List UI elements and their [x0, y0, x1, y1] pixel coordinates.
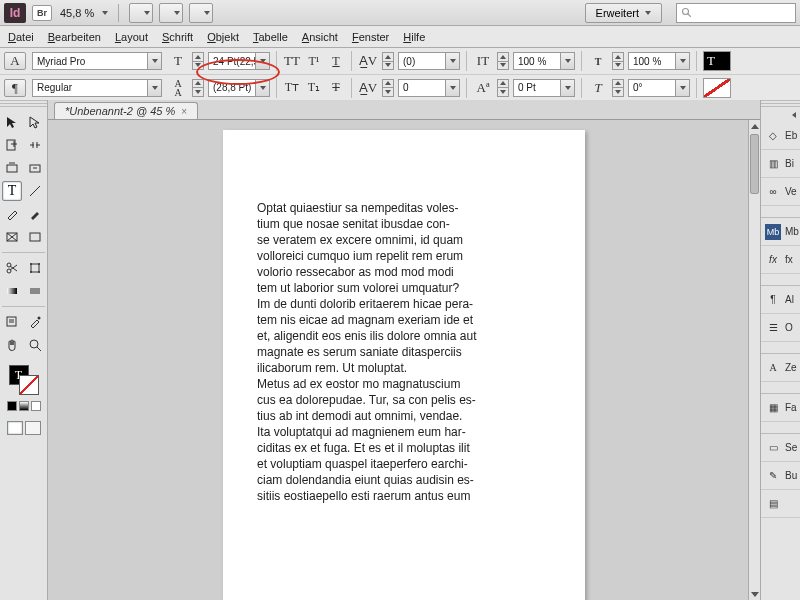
menu-fenster[interactable]: Fenster	[352, 31, 389, 43]
panel-mini-bridge[interactable]: MbMb	[761, 218, 800, 246]
menu-objekt[interactable]: Objekt	[207, 31, 239, 43]
search-input[interactable]	[676, 3, 796, 23]
hand-tool[interactable]	[2, 335, 22, 355]
zoom-tool[interactable]	[25, 335, 45, 355]
fill-stroke-swatch[interactable]: T	[9, 365, 39, 395]
font-style-combo[interactable]: Regular	[32, 79, 162, 97]
hscale-combo[interactable]: 100 %	[513, 52, 575, 70]
view-mode-buttons[interactable]	[7, 421, 41, 435]
leading-combo[interactable]: (28,8 Pt)	[208, 79, 270, 97]
menu-tabelle[interactable]: Tabelle	[253, 31, 288, 43]
separator	[276, 51, 277, 71]
view-options-button[interactable]	[129, 3, 153, 23]
eyedropper-tool[interactable]	[25, 312, 45, 332]
scroll-up-button[interactable]	[749, 120, 760, 132]
panel-handle[interactable]	[761, 100, 800, 108]
font-size-spinner[interactable]	[192, 52, 204, 70]
scroll-down-button[interactable]	[749, 588, 760, 600]
page-tool[interactable]	[2, 135, 22, 155]
gap-tool[interactable]	[25, 135, 45, 155]
panel-handle[interactable]	[0, 100, 47, 108]
skew-spinner[interactable]	[612, 79, 624, 97]
chevron-down-icon[interactable]	[102, 11, 108, 15]
zoom-level[interactable]: 45,8 %	[58, 7, 96, 19]
vscale-combo[interactable]: 100 %	[628, 52, 690, 70]
canvas[interactable]: Optat quiaestiur sa nempeditas voles- ti…	[48, 120, 760, 600]
panel-object[interactable]: ☰O	[761, 314, 800, 342]
panel-table[interactable]: ▦Fa	[761, 394, 800, 422]
tracking-combo[interactable]: 0	[398, 79, 460, 97]
panel-label: Bu	[785, 470, 797, 481]
rectangle-tool[interactable]	[25, 227, 45, 247]
underline-button[interactable]: T	[327, 52, 345, 70]
panel-swatches[interactable]: ▤	[761, 490, 800, 518]
tracking-icon: A̲V	[358, 79, 378, 97]
text-fill-swatch[interactable]: T	[703, 51, 731, 71]
tracking-spinner[interactable]	[382, 79, 394, 97]
body-text[interactable]: Optat quiaestiur sa nempeditas voles- ti…	[257, 200, 551, 504]
panel-images[interactable]: ▥Bi	[761, 150, 800, 178]
menu-ansicht[interactable]: Ansicht	[302, 31, 338, 43]
scissors-tool[interactable]	[2, 258, 22, 278]
panel-layers[interactable]: ◇Eb	[761, 122, 800, 150]
vscale-spinner[interactable]	[612, 52, 624, 70]
direct-selection-tool[interactable]	[25, 112, 45, 132]
note-tool[interactable]	[2, 312, 22, 332]
kerning-combo[interactable]: (0)	[398, 52, 460, 70]
menu-datei[interactable]: Datei	[8, 31, 34, 43]
baseline-combo[interactable]: 0 Pt	[513, 79, 575, 97]
panel-styles[interactable]: ✎Bu	[761, 462, 800, 490]
workspace-switcher[interactable]: Erweitert	[585, 3, 662, 23]
panel-links[interactable]: ∞Ve	[761, 178, 800, 206]
pen-tool[interactable]	[2, 204, 22, 224]
scroll-thumb[interactable]	[750, 134, 759, 194]
vertical-scrollbar[interactable]	[748, 120, 760, 600]
collapse-dock-button[interactable]	[761, 108, 800, 122]
type-tool[interactable]: T	[2, 181, 22, 201]
font-family-combo[interactable]: Myriad Pro	[32, 52, 162, 70]
strikethrough-button[interactable]: T	[327, 79, 345, 97]
leading-spinner[interactable]	[192, 79, 204, 97]
content-collector-tool[interactable]	[2, 158, 22, 178]
pencil-tool[interactable]	[25, 204, 45, 224]
text-stroke-swatch[interactable]	[703, 78, 731, 98]
fx-icon: fx	[765, 252, 781, 268]
line-tool[interactable]	[25, 181, 45, 201]
selection-tool[interactable]	[2, 112, 22, 132]
preview-view-button[interactable]	[25, 421, 41, 435]
font-size-combo[interactable]: 24 Pt(22,5	[208, 52, 270, 70]
font-style-value: Regular	[33, 82, 147, 93]
rectangle-frame-tool[interactable]	[2, 227, 22, 247]
free-transform-tool[interactable]	[25, 258, 45, 278]
baseline-spinner[interactable]	[497, 79, 509, 97]
allcaps-button[interactable]: TT	[283, 52, 301, 70]
menu-layout[interactable]: Layout	[115, 31, 148, 43]
close-tab-icon[interactable]: ×	[181, 106, 187, 117]
normal-view-button[interactable]	[7, 421, 23, 435]
para-toggle-button[interactable]: ¶	[4, 79, 26, 97]
kerning-spinner[interactable]	[382, 52, 394, 70]
svg-rect-20	[30, 288, 40, 294]
panel-align[interactable]: ¶Al	[761, 286, 800, 314]
default-colors[interactable]	[7, 401, 41, 411]
hscale-spinner[interactable]	[497, 52, 509, 70]
gradient-feather-tool[interactable]	[25, 281, 45, 301]
panel-character[interactable]: AZe	[761, 354, 800, 382]
superscript-button[interactable]: T¹	[305, 52, 323, 70]
gradient-swatch-tool[interactable]	[2, 281, 22, 301]
bridge-button[interactable]: Br	[32, 5, 52, 21]
arrange-docs-button[interactable]	[189, 3, 213, 23]
subscript-button[interactable]: T₁	[305, 79, 323, 97]
mb-icon: Mb	[765, 224, 781, 240]
menu-schrift[interactable]: Schrift	[162, 31, 193, 43]
char-toggle-button[interactable]: A	[4, 52, 26, 70]
document-tab[interactable]: *Unbenannt-2 @ 45 % ×	[54, 102, 198, 119]
smallcaps-button[interactable]: Tᴛ	[283, 79, 301, 97]
menu-hilfe[interactable]: Hilfe	[403, 31, 425, 43]
menu-bearbeiten[interactable]: Bearbeiten	[48, 31, 101, 43]
panel-pages[interactable]: ▭Se	[761, 434, 800, 462]
screen-mode-button[interactable]	[159, 3, 183, 23]
panel-effects[interactable]: fxfx	[761, 246, 800, 274]
skew-combo[interactable]: 0°	[628, 79, 690, 97]
content-placer-tool[interactable]	[25, 158, 45, 178]
